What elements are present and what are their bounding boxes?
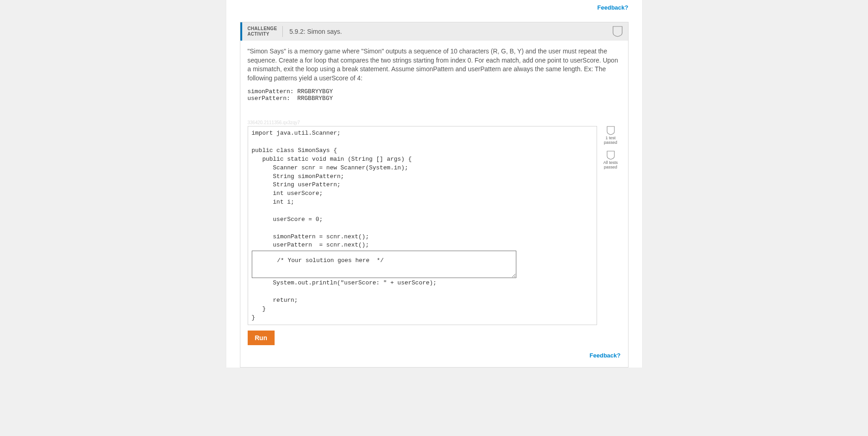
- activity-body: "Simon Says" is a memory game where "Sim…: [240, 41, 628, 367]
- feedback-link-bottom[interactable]: Feedback?: [590, 352, 621, 359]
- code-editor[interactable]: import java.util.Scanner; public class S…: [248, 126, 597, 325]
- feedback-row-bottom: Feedback?: [248, 345, 621, 359]
- solution-input[interactable]: [252, 251, 516, 278]
- completion-shield-icon: [613, 26, 623, 37]
- activity-type-label: CHALLENGE ACTIVITY: [248, 26, 283, 37]
- test-status-sidebar: 1 test passed All tests passed: [601, 126, 621, 175]
- activity-type-line1: CHALLENGE: [248, 26, 277, 31]
- code-before: import java.util.Scanner; public class S…: [252, 130, 412, 248]
- activity-header: CHALLENGE ACTIVITY 5.9.2: Simon says.: [240, 22, 628, 41]
- feedback-link-top[interactable]: Feedback?: [598, 4, 629, 11]
- activity-prompt: "Simon Says" is a memory game where "Sim…: [248, 47, 621, 83]
- shield-icon: [607, 151, 615, 160]
- activity-hash: 336420.2111356.qx3zqy7: [248, 120, 621, 125]
- feedback-row-top: Feedback?: [240, 0, 629, 16]
- shield-icon: [607, 126, 615, 135]
- activity-title: 5.9.2: Simon says.: [289, 28, 342, 35]
- all-tests-passed-label: All tests passed: [601, 161, 621, 170]
- code-after: System.out.println("userScore: " + userS…: [252, 279, 437, 320]
- editor-area: import java.util.Scanner; public class S…: [248, 126, 621, 325]
- challenge-activity-card: CHALLENGE ACTIVITY 5.9.2: Simon says. "S…: [240, 22, 629, 368]
- run-button[interactable]: Run: [248, 331, 275, 345]
- one-test-passed-label: 1 test passed: [601, 136, 621, 145]
- content-column: Feedback? CHALLENGE ACTIVITY 5.9.2: Simo…: [226, 0, 642, 368]
- activity-type-line2: ACTIVITY: [248, 32, 270, 37]
- example-block: simonPattern: RRGBRYYBGY userPattern: RR…: [248, 88, 621, 102]
